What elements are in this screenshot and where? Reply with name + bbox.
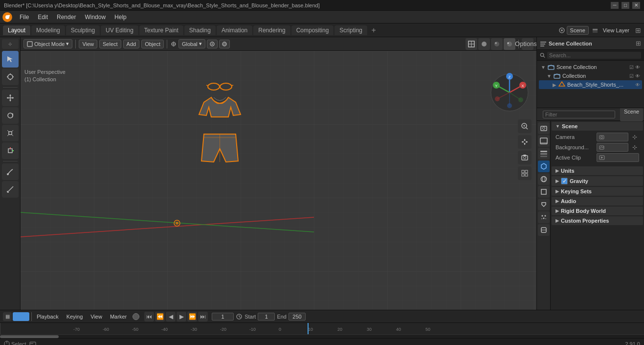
- filter-icon[interactable]: ⊞: [635, 26, 641, 34]
- next-frame-button[interactable]: ⏩: [187, 312, 197, 322]
- end-frame-input[interactable]: 250: [289, 313, 306, 321]
- rendered-shading-button[interactable]: [504, 38, 515, 50]
- view-menu-timeline[interactable]: View: [88, 314, 105, 320]
- titlebar-controls[interactable]: ─ □ ✕: [611, 2, 640, 9]
- constraints-props-tab[interactable]: [538, 224, 550, 236]
- eye-icon[interactable]: 👁: [635, 65, 640, 70]
- tab-rendering[interactable]: Rendering: [253, 25, 290, 35]
- background-value[interactable]: [597, 143, 628, 152]
- object-mode-button[interactable]: Object Mode ▾: [23, 39, 72, 48]
- add-workspace-button[interactable]: +: [368, 25, 379, 36]
- custom-props-section-header[interactable]: ▶ Custom Properties: [552, 216, 643, 225]
- play-forward-button[interactable]: ▶: [177, 312, 186, 322]
- keying-sets-section-header[interactable]: ▶ Keying Sets: [552, 187, 643, 196]
- rigid-body-section-header[interactable]: ▶ Rigid Body World: [552, 207, 643, 215]
- playback-menu[interactable]: Playback: [34, 314, 62, 320]
- viewport-canvas[interactable]: User Perspective (1) Collection: [21, 51, 536, 310]
- jump-start-button[interactable]: ⏮: [144, 312, 154, 322]
- close-button[interactable]: ✕: [632, 2, 640, 9]
- cursor-tool-button[interactable]: [2, 69, 19, 85]
- menu-window[interactable]: Window: [81, 13, 110, 22]
- tab-layout[interactable]: Layout: [3, 25, 30, 35]
- timeline-scroll-thumb[interactable]: [0, 335, 59, 338]
- prev-frame-button[interactable]: ◀: [166, 312, 176, 322]
- outliner-scene-collection[interactable]: ▼ Scene Collection ☑ 👁: [539, 63, 642, 71]
- start-frame-input[interactable]: 1: [258, 313, 275, 321]
- units-section-header[interactable]: ▶ Units: [552, 166, 643, 175]
- scene-props-tab[interactable]: [538, 161, 550, 172]
- visibility-check-icon[interactable]: ☑: [629, 65, 634, 70]
- proportional-edit-button[interactable]: [219, 40, 230, 48]
- tab-uv-editing[interactable]: UV Editing: [101, 25, 138, 35]
- select-menu[interactable]: Select: [99, 40, 121, 48]
- tab-modeling[interactable]: Modeling: [31, 25, 65, 35]
- view-menu[interactable]: View: [79, 40, 97, 48]
- camera-value[interactable]: [597, 133, 628, 141]
- transform-tool-button[interactable]: [2, 142, 19, 159]
- timeline-track[interactable]: -70 -60 -50 -40 -30 -20 -10 0 10 20 30 4…: [0, 322, 644, 334]
- scene-section-header[interactable]: ▼ Scene: [552, 122, 643, 131]
- render-props-tab[interactable]: [538, 122, 550, 134]
- object-props-tab[interactable]: [538, 186, 550, 198]
- tab-shading[interactable]: Shading: [184, 25, 216, 35]
- measure-tool-button[interactable]: [2, 181, 19, 198]
- marker-menu[interactable]: Marker: [107, 314, 130, 320]
- active-clip-value[interactable]: [597, 153, 639, 162]
- output-props-tab[interactable]: [538, 135, 550, 147]
- zoom-to-fit-icon[interactable]: [518, 119, 532, 133]
- global-transform-button[interactable]: Global▾: [178, 39, 205, 48]
- outliner-collection[interactable]: ▼ Collection ☑ 👁: [539, 71, 642, 80]
- world-props-tab[interactable]: [538, 173, 550, 185]
- modifier-props-tab[interactable]: [538, 199, 550, 210]
- record-button[interactable]: [133, 313, 139, 320]
- jump-back-button[interactable]: ⏪: [155, 312, 165, 322]
- obj-eye-icon[interactable]: 👁: [635, 82, 640, 88]
- jump-end-button[interactable]: ⏭: [198, 312, 208, 322]
- blender-logo[interactable]: [2, 12, 13, 23]
- select-tool-button[interactable]: [2, 51, 19, 68]
- keying-menu[interactable]: Keying: [64, 314, 86, 320]
- timeline-mode-button[interactable]: [13, 312, 29, 321]
- snap-button[interactable]: [207, 40, 218, 48]
- menu-help[interactable]: Help: [111, 13, 131, 22]
- background-eyedropper[interactable]: ⊹: [630, 143, 639, 152]
- outliner-filter-button[interactable]: ⊞: [636, 40, 641, 47]
- scene-selector[interactable]: Scene: [567, 26, 589, 35]
- scene-properties-tab[interactable]: Scene: [620, 108, 643, 121]
- timeline-scrollbar[interactable]: [0, 334, 644, 338]
- scale-tool-button[interactable]: [2, 125, 19, 141]
- grid-view-icon[interactable]: [518, 166, 532, 180]
- viewport-area[interactable]: Object Mode ▾ View Select Add Object Glo…: [21, 37, 536, 310]
- current-frame-input[interactable]: 1: [212, 313, 234, 321]
- options-button[interactable]: Options ▾: [522, 38, 533, 50]
- tab-animation[interactable]: Animation: [217, 25, 252, 35]
- col-visibility-check[interactable]: ☑: [629, 73, 634, 79]
- mode-indicator[interactable]: ⊹: [2, 39, 19, 49]
- viewport-gizmo[interactable]: Z X Y: [488, 70, 532, 115]
- wireframe-shading-button[interactable]: [466, 38, 477, 50]
- gravity-section-header[interactable]: ▶ ✓ Gravity: [552, 176, 643, 186]
- move-tool-button[interactable]: [2, 90, 19, 106]
- menu-edit[interactable]: Edit: [34, 13, 52, 22]
- annotate-tool-button[interactable]: [2, 163, 19, 180]
- tab-texture-paint[interactable]: Texture Paint: [139, 25, 183, 35]
- tab-compositing[interactable]: Compositing: [291, 25, 334, 35]
- pan-icon[interactable]: [518, 135, 532, 149]
- minimize-button[interactable]: ─: [611, 2, 619, 9]
- menu-render[interactable]: Render: [53, 13, 80, 22]
- properties-filter-input[interactable]: [543, 111, 615, 118]
- viewlayer-selector[interactable]: View Layer: [600, 26, 632, 34]
- col-eye-icon[interactable]: 👁: [635, 73, 640, 79]
- maximize-button[interactable]: □: [622, 2, 629, 9]
- tab-sculpting[interactable]: Sculpting: [66, 25, 100, 35]
- timeline-area-button[interactable]: ▦: [3, 312, 12, 321]
- solid-shading-button[interactable]: [478, 38, 490, 50]
- camera-icon[interactable]: [518, 151, 532, 164]
- rotate-tool-button[interactable]: [2, 107, 19, 124]
- gravity-checkbox[interactable]: ✓: [561, 178, 568, 184]
- particles-props-tab[interactable]: [538, 211, 550, 223]
- object-menu[interactable]: Object: [141, 40, 164, 48]
- material-shading-button[interactable]: [491, 38, 503, 50]
- menu-file[interactable]: File: [16, 13, 33, 22]
- outliner-beach-style-shorts[interactable]: ▶ Beach_Style_Shorts_... 👁: [539, 80, 642, 89]
